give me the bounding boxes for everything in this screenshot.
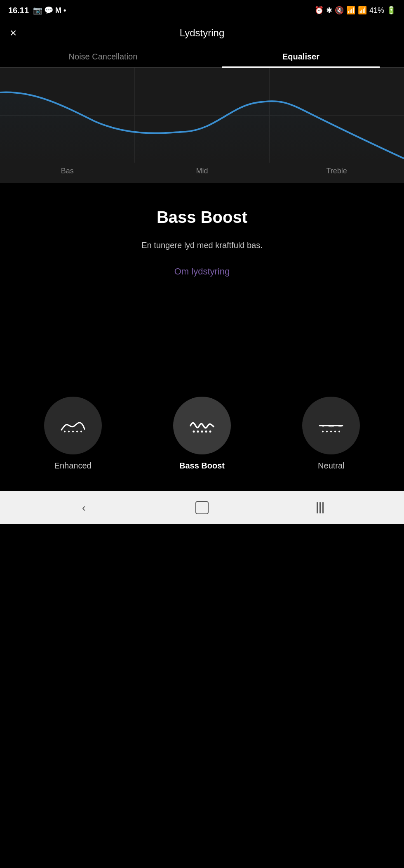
- status-bar: 16.11 📷 💬 M • ⏰ ✱ 🔇 📶 📶 41% 🔋: [0, 0, 404, 21]
- battery-percentage: 41%: [369, 6, 384, 15]
- svg-point-10: [322, 430, 324, 432]
- svg-point-12: [330, 430, 332, 432]
- signal-icon: 📶: [358, 6, 367, 15]
- svg-point-6: [197, 430, 199, 433]
- neutral-label: Neutral: [318, 461, 344, 471]
- preset-enhanced[interactable]: Enhanced: [36, 397, 110, 471]
- main-content: Bass Boost En tungere lyd med kraftfuld …: [0, 183, 404, 293]
- eq-label-bas: Bas: [0, 167, 135, 175]
- status-notification-icons: 📷 💬 M •: [33, 6, 66, 15]
- recents-button[interactable]: [310, 497, 331, 518]
- mute-icon: 🔇: [335, 6, 344, 15]
- eq-chart: [0, 68, 404, 163]
- eq-label-treble: Treble: [269, 167, 404, 175]
- enhanced-label: Enhanced: [54, 461, 92, 471]
- alarm-icon: ⏰: [315, 6, 324, 15]
- battery-icon: 🔋: [387, 6, 396, 15]
- tab-equaliser[interactable]: Equaliser: [202, 45, 400, 67]
- home-button[interactable]: [192, 497, 212, 518]
- eq-chart-container: Bas Mid Treble: [0, 68, 404, 183]
- tab-noise-cancellation[interactable]: Noise Cancellation: [4, 45, 202, 67]
- bass-boost-icon-circle: [173, 397, 231, 454]
- preset-neutral[interactable]: Neutral: [294, 397, 368, 471]
- status-time-area: 16.11 📷 💬 M •: [8, 6, 66, 15]
- preset-bass-boost[interactable]: Bass Boost: [165, 397, 239, 471]
- bluetooth-icon: ✱: [326, 6, 332, 15]
- svg-point-14: [338, 430, 340, 432]
- svg-point-4: [80, 430, 82, 432]
- preset-description: En tungere lyd med kraftfuld bas.: [8, 239, 396, 251]
- svg-point-5: [193, 430, 195, 433]
- neutral-icon: [319, 416, 343, 435]
- close-button[interactable]: ×: [10, 27, 16, 39]
- back-button[interactable]: ‹: [73, 497, 94, 518]
- status-time: 16.11: [8, 6, 29, 15]
- svg-point-2: [72, 430, 74, 432]
- tab-bar: Noise Cancellation Equaliser: [0, 45, 404, 68]
- eq-axis-labels: Bas Mid Treble: [0, 163, 404, 177]
- status-right-icons: ⏰ ✱ 🔇 📶 📶 41% 🔋: [315, 6, 396, 15]
- svg-point-9: [209, 430, 211, 433]
- recents-icon: [317, 502, 324, 513]
- wifi-icon: 📶: [346, 6, 355, 15]
- enhanced-icon: [61, 416, 85, 435]
- bass-boost-icon: [190, 416, 214, 435]
- svg-point-7: [201, 430, 203, 433]
- svg-point-13: [334, 430, 336, 432]
- enhanced-icon-circle: [44, 397, 102, 454]
- home-icon: [195, 501, 209, 514]
- eq-label-mid: Mid: [135, 167, 270, 175]
- spacer: [0, 293, 404, 384]
- neutral-icon-circle: [302, 397, 360, 454]
- preset-title: Bass Boost: [8, 208, 396, 227]
- nav-bar: ‹: [0, 491, 404, 524]
- svg-point-8: [205, 430, 207, 433]
- svg-point-0: [64, 430, 66, 432]
- preset-selector: Enhanced Bass Boost: [0, 384, 404, 491]
- svg-point-1: [68, 430, 70, 432]
- svg-point-3: [76, 430, 78, 432]
- app-header: × Lydstyring: [0, 21, 404, 45]
- bass-boost-label: Bass Boost: [179, 461, 225, 471]
- about-link[interactable]: Om lydstyring: [174, 266, 230, 277]
- page-title: Lydstyring: [180, 27, 225, 39]
- svg-point-11: [326, 430, 328, 432]
- eq-curve-svg: [0, 68, 404, 163]
